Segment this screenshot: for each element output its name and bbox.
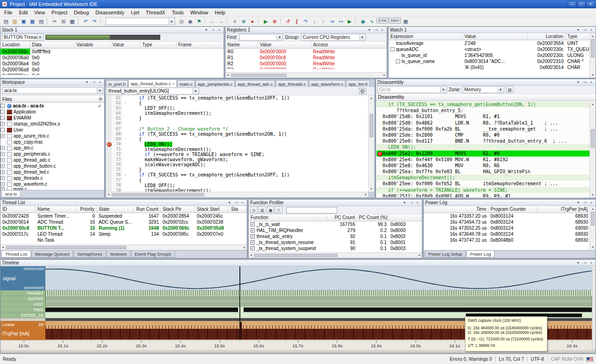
timeline-cursor[interactable] <box>239 266 240 340</box>
disasm-breakpoint-margin[interactable] <box>376 132 383 138</box>
toolbar-separator[interactable] <box>78 18 80 24</box>
disasm-breakpoint-margin[interactable] <box>376 151 383 157</box>
make-icon[interactable]: ≡ <box>231 18 239 25</box>
step-over-icon[interactable]: ↷ <box>301 18 310 25</box>
tree-item[interactable]: - aca-tx - aca-tx ✓ <box>0 103 104 109</box>
menu-item[interactable]: Debug <box>71 9 92 16</box>
disasm-breakpoint-margin[interactable] <box>376 187 383 193</box>
tree-item[interactable]: - Application <box>0 109 104 115</box>
reset-icon[interactable]: ↺ <box>284 18 292 25</box>
breakpoint-margin[interactable] <box>106 137 112 142</box>
watch-row[interactable]: - queueADC <struct> 0x2000'230c TX_QUEUE <box>389 46 596 52</box>
editor-horizontal-scrollbar[interactable]: ◄► <box>106 192 368 197</box>
save-all-icon[interactable]: ▦ <box>28 18 37 25</box>
tree-expander-icon[interactable]: + <box>0 146 5 150</box>
stack-row[interactable]: 0x2000'06a8 0x0 <box>0 67 224 73</box>
fold-marker-icon[interactable]: - <box>123 137 128 142</box>
swo-chip[interactable]: SWO <box>389 18 401 24</box>
powerlog-tab[interactable]: Power Log Setup <box>425 251 466 257</box>
menu-item[interactable]: Tools <box>169 9 187 16</box>
chevron-down-icon[interactable]: ▼ <box>97 88 102 93</box>
panel-pin-icon[interactable]: ⊤ <box>233 200 238 206</box>
disasm-breakpoint-margin[interactable] <box>376 193 383 197</box>
disassembly-line[interactable]: itmSemaphoreDecrement(); <box>376 175 590 181</box>
breakpoint-margin[interactable] <box>106 106 112 111</box>
workspace-tab[interactable]: aca-tx <box>1 191 21 197</box>
new-file-icon[interactable]: ▤ <box>2 18 10 25</box>
editor-tab[interactable]: app_threadx.c <box>276 80 308 87</box>
panel-pin-icon[interactable]: ⊤ <box>373 27 378 33</box>
editor-tab[interactable]: app_itm.h <box>346 80 370 87</box>
code-line[interactable]: 70 LED8_ON(); <box>106 142 368 147</box>
profiler-enable-icon[interactable]: ◷ <box>250 207 257 213</box>
disassembly-line[interactable]: if (TX_SUCCESS == tx_semaphore_get(&semB… <box>376 101 590 107</box>
stop-debug-icon[interactable]: ⊗ <box>270 18 279 25</box>
toolbar-separator[interactable] <box>280 18 282 24</box>
disassembly-line[interactable]: ??thread_button_entry_5: <box>376 107 590 113</box>
disasm-breakpoint-margin[interactable] <box>376 181 383 187</box>
disasm-breakpoint-margin[interactable] <box>376 163 383 169</box>
threadx-tab[interactable]: Semaphores <box>74 251 106 257</box>
panel-close-icon[interactable]: × <box>588 27 594 32</box>
checkbox-checked-icon[interactable]: ✓ <box>251 246 255 251</box>
code-line[interactable]: 61 if (TX_SUCCESS == tx_semaphore_get(&s… <box>106 95 368 100</box>
editor-tab[interactable]: app_waveform.c <box>309 80 346 87</box>
disassembly-line[interactable]: if (++waveform > TRIANGLE) waveform = SI… <box>376 187 590 193</box>
code-line[interactable]: 72 if (++waveform > TRIANGLE) waveform =… <box>106 152 368 157</box>
break-icon[interactable]: ∥ <box>293 18 301 25</box>
settings-gear-icon[interactable]: ⚙ <box>99 97 102 101</box>
breakpoint-margin[interactable] <box>106 167 112 172</box>
breakpoint-margin[interactable] <box>106 132 112 137</box>
fold-marker-icon[interactable] <box>123 162 128 167</box>
panel-menu-icon[interactable]: ▾ <box>402 200 408 205</box>
interrupt-track[interactable] <box>45 296 593 301</box>
fold-marker-icon[interactable] <box>123 121 128 126</box>
nav-forward-icon[interactable]: → <box>217 18 226 25</box>
panel-menu-icon[interactable]: ▾ <box>226 200 232 205</box>
disasm-breakpoint-margin[interactable] <box>376 175 383 181</box>
disassembly-line[interactable]: 0x800'25f2: 0xf8d9 0x0901 ADD.W R9, R9, … <box>376 193 590 197</box>
maximize-button[interactable]: □ <box>577 1 586 7</box>
code-line[interactable]: 78 LED8_OFF(); <box>106 183 368 188</box>
panel-menu-icon[interactable]: ▾ <box>575 27 581 32</box>
tree-item[interactable]: + app_thread_button.c <box>0 163 104 169</box>
thread-row[interactable]: No Task <box>0 237 247 243</box>
fold-marker-icon[interactable] <box>123 142 128 147</box>
toolbar-separator[interactable] <box>355 18 358 24</box>
threadx-tab[interactable]: Event Flag Groups <box>131 251 175 257</box>
disassembly-line[interactable]: 0x800'25e0: 0xd117 BNE.N ??thread_button… <box>376 138 590 144</box>
panel-menu-icon[interactable]: ▾ <box>575 80 581 85</box>
fold-marker-icon[interactable] <box>123 147 128 152</box>
print-icon[interactable]: ▤ <box>37 18 45 25</box>
stack-row[interactable]: 0x2000'06a0 0x0 <box>0 55 224 61</box>
save-icon[interactable]: ▣ <box>19 18 28 25</box>
chevron-down-icon[interactable]: ▼ <box>498 87 503 92</box>
fold-marker-icon[interactable]: - <box>123 100 128 106</box>
disassembly-line[interactable]: 0x800'25ee: 0xf000 0xfb52 BL itmSemaphor… <box>376 181 590 187</box>
code-line[interactable]: 71 itmSemaphoreDecrement(); <box>106 147 368 152</box>
checkbox-checked-icon[interactable]: ✓ <box>251 228 255 232</box>
disassembly-line[interactable]: 0x800'25e8: 0x4630 MOV R0, R6 <box>376 163 590 169</box>
menu-item[interactable]: File <box>1 9 16 16</box>
fold-marker-icon[interactable] <box>123 152 128 157</box>
disassembly-line[interactable]: 0x800'25d6: 0x2101 MOVS R1, #1 <box>376 113 590 119</box>
powerlog-row[interactable]: 16s 473454.73 us 0x8003124 68930 <box>424 219 596 225</box>
disasm-breakpoint-margin[interactable] <box>376 101 383 107</box>
debug-icon[interactable]: ▶ <box>262 18 270 25</box>
registers-group-combo[interactable]: Current CPU Registers▼ <box>301 34 366 41</box>
tree-item[interactable]: + app_peripherals.c <box>0 151 104 157</box>
interrupt-track[interactable] <box>45 307 593 313</box>
undo-icon[interactable]: ↶ <box>82 18 90 25</box>
tree-item[interactable]: + app_thread_led.c <box>0 169 104 175</box>
chevron-down-icon[interactable]: ▼ <box>359 35 365 40</box>
tree-item[interactable]: - EWARM <box>0 115 104 121</box>
etm-trace-chip[interactable]: ETM <box>376 18 388 24</box>
panel-pin-icon[interactable]: ⊤ <box>582 260 587 266</box>
close-button[interactable]: × <box>586 1 595 7</box>
bookmark-icon[interactable]: ⚑ <box>195 18 203 25</box>
breakpoint-margin[interactable] <box>106 162 112 167</box>
disassembly-line[interactable]: 0x800'25d8: 0x4862 LDR.N R0, ??DataTable… <box>376 120 590 126</box>
code-line[interactable]: 66 <box>106 121 368 126</box>
find-next-icon[interactable]: ◉ <box>186 18 194 25</box>
code-line[interactable]: 75 } <box>106 167 368 172</box>
